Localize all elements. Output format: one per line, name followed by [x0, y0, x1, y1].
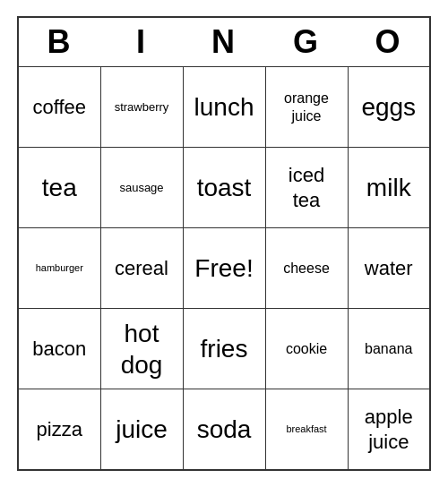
cell-0-3: orange juice: [265, 67, 348, 148]
header-row: BINGO: [18, 17, 430, 67]
cell-text: lunch: [187, 91, 262, 123]
cell-text: hot dog: [105, 318, 179, 380]
cell-text: bacon: [22, 337, 97, 362]
cell-1-1: sausage: [100, 148, 183, 228]
cell-text: sausage: [105, 181, 179, 195]
cell-4-2: soda: [183, 389, 265, 470]
header-cell-b: B: [18, 17, 100, 67]
cell-text: cereal: [105, 256, 179, 281]
cell-text: hamburger: [22, 262, 97, 275]
grid-row-3: baconhot dogfriescookiebanana: [18, 309, 430, 389]
cell-text: orange juice: [270, 90, 344, 125]
cell-3-2: fries: [183, 309, 265, 389]
cell-0-1: strawberry: [100, 67, 183, 148]
cell-text: iced tea: [270, 163, 344, 212]
cell-3-4: banana: [348, 309, 430, 389]
header-cell-n: N: [183, 17, 265, 67]
cell-text: breakfast: [270, 423, 344, 436]
header-cell-g: G: [265, 17, 348, 67]
cell-2-4: water: [348, 228, 430, 309]
cell-text: fries: [187, 333, 262, 364]
cell-0-0: coffee: [18, 67, 100, 148]
cell-text: pizza: [22, 417, 97, 442]
cell-0-2: lunch: [183, 67, 265, 148]
cell-text: juice: [105, 414, 179, 445]
cell-2-0: hamburger: [18, 228, 100, 309]
cell-0-4: eggs: [348, 67, 430, 148]
grid-row-1: teasausagetoasticed teamilk: [18, 148, 430, 228]
header-cell-o: O: [348, 17, 430, 67]
cell-text: Free!: [187, 252, 262, 284]
cell-4-4: apple juice: [348, 389, 430, 470]
cell-text: milk: [352, 172, 426, 203]
cell-text: toast: [187, 172, 262, 203]
cell-1-3: iced tea: [265, 148, 348, 228]
cell-2-1: cereal: [100, 228, 183, 309]
cell-text: cheese: [270, 260, 344, 278]
cell-text: banana: [352, 340, 426, 358]
cell-4-1: juice: [100, 389, 183, 470]
bingo-grid: BINGO coffeestrawberrylunchorange juicee…: [17, 16, 431, 471]
grid-row-0: coffeestrawberrylunchorange juiceeggs: [18, 67, 430, 148]
cell-3-0: bacon: [18, 309, 100, 389]
cell-2-3: cheese: [265, 228, 348, 309]
cell-text: soda: [187, 414, 262, 445]
header-cell-i: I: [100, 17, 183, 67]
cell-text: apple juice: [352, 405, 426, 454]
cell-1-0: tea: [18, 148, 100, 228]
cell-text: eggs: [352, 91, 426, 123]
cell-2-2: Free!: [183, 228, 265, 309]
cell-3-1: hot dog: [100, 309, 183, 389]
cell-4-3: breakfast: [265, 389, 348, 470]
grid-row-2: hamburgercerealFree!cheesewater: [18, 228, 430, 309]
cell-3-3: cookie: [265, 309, 348, 389]
cell-4-0: pizza: [18, 389, 100, 470]
cell-1-2: toast: [183, 148, 265, 228]
cell-text: water: [352, 256, 426, 281]
cell-text: tea: [22, 172, 97, 203]
cell-1-4: milk: [348, 148, 430, 228]
grid-row-4: pizzajuicesodabreakfastapple juice: [18, 389, 430, 470]
cell-text: strawberry: [105, 100, 179, 115]
cell-text: coffee: [22, 95, 97, 120]
cell-text: cookie: [270, 340, 344, 358]
